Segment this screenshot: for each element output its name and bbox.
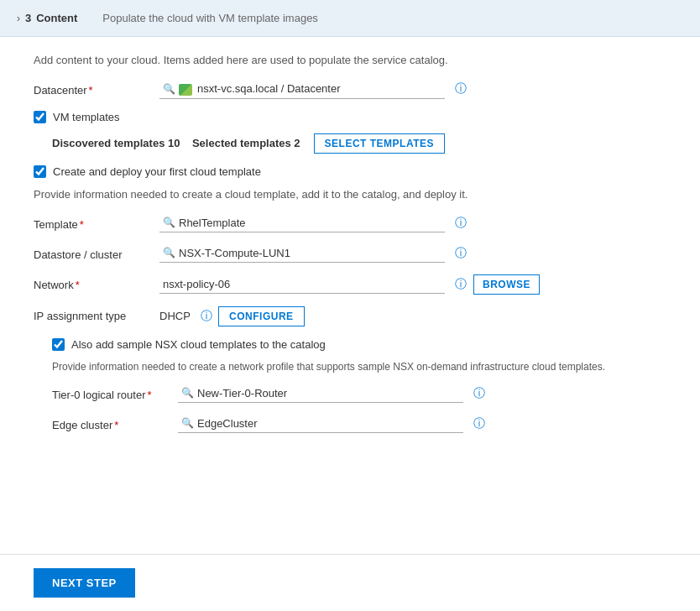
datacenter-label: Datacenter* — [34, 80, 159, 97]
configure-button[interactable]: CONFIGURE — [218, 306, 305, 326]
tier0-info-icon[interactable]: ⓘ — [473, 386, 485, 401]
page-description: Add content to your cloud. Items added h… — [34, 54, 666, 66]
nsx-section: Also add sample NSX cloud templates to t… — [52, 338, 666, 433]
network-input[interactable]: nsxt-policy-06 — [159, 275, 445, 294]
datacenter-vm-icon — [179, 82, 194, 96]
step-number: 3 — [25, 12, 31, 24]
edge-label: Edge cluster* — [52, 415, 178, 431]
nsx-description: Provide information needed to create a n… — [52, 361, 606, 373]
next-step-button[interactable]: NEXT STEP — [34, 568, 135, 598]
tier0-label: Tier-0 logical router* — [52, 384, 178, 401]
tier0-input[interactable]: 🔍 New-Tier-0-Router — [178, 384, 463, 403]
datacenter-control: 🔍 nsxt-vc.sqa.local / Datacenter ⓘ — [159, 80, 666, 99]
datacenter-info-icon[interactable]: ⓘ — [455, 81, 467, 97]
vm-templates-checkbox[interactable] — [34, 111, 46, 123]
tier0-control: 🔍 New-Tier-0-Router ⓘ — [178, 384, 666, 403]
tier0-value: New-Tier-0-Router — [197, 387, 460, 400]
edge-input[interactable]: 🔍 EdgeCluster — [178, 415, 463, 433]
template-label: Template* — [34, 214, 159, 231]
datastore-control: 🔍 NSX-T-Compute-LUN1 ⓘ — [159, 244, 666, 263]
nsx-checkbox-row: Also add sample NSX cloud templates to t… — [52, 338, 666, 351]
nsx-checkbox[interactable] — [52, 338, 65, 351]
vm-templates-label[interactable]: VM templates — [53, 111, 119, 123]
select-templates-button[interactable]: SELECT TEMPLATES — [314, 133, 445, 154]
edge-row: Edge cluster* 🔍 EdgeCluster ⓘ — [52, 415, 666, 433]
datastore-label: Datastore / cluster — [34, 244, 159, 261]
create-deploy-description: Provide information needed to create a c… — [34, 188, 666, 201]
tier0-row: Tier-0 logical router* 🔍 New-Tier-0-Rout… — [52, 384, 666, 403]
nsx-label[interactable]: Also add sample NSX cloud templates to t… — [71, 338, 326, 351]
template-search-icon: 🔍 — [163, 217, 175, 228]
datacenter-value: nsxt-vc.sqa.local / Datacenter — [197, 82, 441, 95]
create-deploy-checkbox[interactable] — [34, 165, 46, 178]
ip-assignment-value: DHCP — [159, 310, 191, 322]
datastore-search-icon: 🔍 — [163, 247, 175, 258]
discovered-count: 10 — [168, 137, 180, 149]
chevron-icon: › — [17, 13, 20, 24]
template-info-icon[interactable]: ⓘ — [455, 216, 467, 231]
network-info-icon[interactable]: ⓘ — [455, 277, 467, 292]
step-subtitle: Populate the cloud with VM template imag… — [102, 12, 318, 24]
vm-templates-checkbox-row: VM templates — [34, 111, 666, 123]
edge-search-icon: 🔍 — [181, 417, 194, 429]
templates-stats-row: Discovered templates 10 Selected templat… — [52, 133, 666, 154]
edge-control: 🔍 EdgeCluster ⓘ — [178, 415, 666, 433]
create-deploy-label[interactable]: Create and deploy your first cloud templ… — [53, 165, 261, 178]
template-control: 🔍 RhelTemplate ⓘ — [159, 214, 666, 232]
datacenter-input[interactable]: 🔍 nsxt-vc.sqa.local / Datacenter — [159, 80, 445, 99]
discovered-templates-info: Discovered templates 10 Selected templat… — [52, 137, 300, 149]
datastore-value: NSX-T-Compute-LUN1 — [179, 247, 441, 259]
datastore-row: Datastore / cluster 🔍 NSX-T-Compute-LUN1… — [34, 244, 666, 263]
datastore-info-icon[interactable]: ⓘ — [455, 246, 467, 261]
ip-assignment-row: IP assignment type DHCP ⓘ CONFIGURE — [34, 306, 666, 326]
template-value: RhelTemplate — [179, 217, 441, 229]
network-control: nsxt-policy-06 ⓘ BROWSE — [159, 274, 666, 295]
datacenter-row: Datacenter* 🔍 nsxt-vc.sqa.local / Datace… — [34, 80, 666, 99]
step-label: Content — [36, 12, 77, 24]
search-icon: 🔍 — [163, 83, 175, 95]
network-label: Network* — [34, 274, 159, 291]
create-deploy-checkbox-row: Create and deploy your first cloud templ… — [34, 165, 666, 178]
datastore-input[interactable]: 🔍 NSX-T-Compute-LUN1 — [159, 244, 445, 263]
template-input[interactable]: 🔍 RhelTemplate — [159, 214, 445, 232]
network-value: nsxt-policy-06 — [163, 278, 441, 290]
step-header: › 3 Content Populate the cloud with VM t… — [0, 0, 700, 37]
page-footer: NEXT STEP — [0, 554, 700, 611]
tier0-search-icon: 🔍 — [181, 387, 194, 399]
edge-value: EdgeCluster — [197, 417, 460, 430]
template-row: Template* 🔍 RhelTemplate ⓘ — [34, 214, 666, 232]
ip-assignment-label: IP assignment type — [34, 310, 159, 322]
browse-button[interactable]: BROWSE — [473, 274, 540, 295]
main-content: Add content to your cloud. Items added h… — [0, 37, 700, 554]
network-row: Network* nsxt-policy-06 ⓘ BROWSE — [34, 274, 666, 295]
edge-info-icon[interactable]: ⓘ — [473, 416, 485, 431]
selected-count: 2 — [294, 137, 300, 149]
ip-info-icon[interactable]: ⓘ — [201, 309, 212, 324]
